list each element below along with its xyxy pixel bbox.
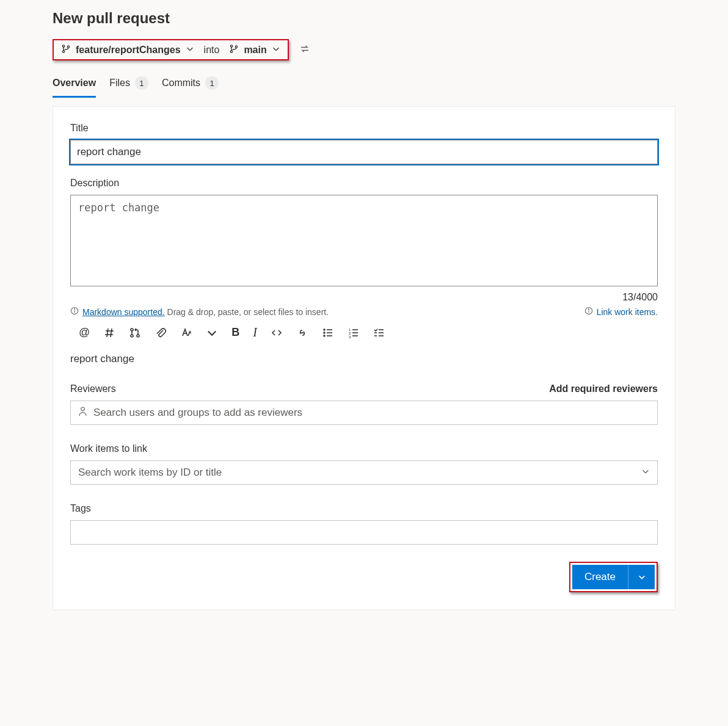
form-footer: Create	[70, 562, 658, 592]
reviewers-section: Reviewers Add required reviewers	[70, 383, 658, 425]
code-icon[interactable]	[271, 327, 283, 339]
link-work-items-text: Link work items.	[597, 307, 658, 317]
tags-section: Tags	[70, 503, 658, 545]
branch-icon	[61, 44, 71, 56]
title-label: Title	[70, 123, 658, 134]
branch-icon	[229, 44, 239, 56]
info-icon	[70, 307, 79, 317]
svg-point-11	[588, 309, 589, 310]
chevron-down-icon[interactable]	[206, 327, 218, 339]
info-icon	[584, 307, 593, 317]
tab-files[interactable]: Files 1	[109, 73, 148, 99]
svg-point-38	[81, 407, 85, 411]
count-badge: 1	[135, 76, 148, 90]
count-badge: 1	[205, 76, 219, 90]
svg-point-2	[67, 46, 69, 48]
source-branch-name: feature/reportChanges	[76, 45, 181, 56]
text-style-icon[interactable]	[180, 327, 192, 339]
work-items-search-field[interactable]	[70, 460, 658, 485]
svg-point-1	[62, 51, 64, 53]
target-branch-name: main	[244, 45, 266, 56]
svg-point-3	[231, 45, 233, 47]
bold-icon[interactable]: B	[231, 326, 239, 339]
title-field-group: Title	[70, 123, 658, 164]
attachment-icon[interactable]	[155, 327, 167, 339]
bullet-list-icon[interactable]	[322, 327, 334, 339]
pr-form-card: Title Description 13/4000 Markdown suppo…	[53, 106, 675, 610]
svg-text:3: 3	[349, 335, 351, 339]
create-button[interactable]: Create	[572, 565, 628, 589]
svg-point-0	[62, 45, 64, 47]
reviewers-search-input[interactable]	[93, 407, 650, 419]
title-input[interactable]	[70, 140, 658, 164]
person-icon	[78, 406, 87, 419]
tab-label: Files	[109, 78, 130, 89]
description-field-group: Description 13/4000	[70, 178, 658, 303]
page-title: New pull request	[53, 10, 675, 27]
italic-icon[interactable]: I	[253, 325, 257, 339]
work-items-section: Work items to link	[70, 443, 658, 485]
work-items-search-input[interactable]	[78, 466, 635, 479]
chevron-down-icon	[272, 45, 280, 55]
into-label: into	[204, 45, 220, 56]
svg-point-22	[324, 332, 325, 333]
branch-selector-box: feature/reportChanges into main	[53, 39, 289, 60]
editor-toolbar: @ B I	[70, 317, 658, 343]
mention-icon[interactable]: @	[79, 326, 90, 339]
tabs: Overview Files 1 Commits 1	[53, 73, 675, 99]
create-button-group: Create	[569, 562, 658, 592]
svg-point-4	[231, 51, 233, 53]
markdown-supported-link[interactable]: Markdown supported.	[82, 307, 165, 317]
link-icon[interactable]	[296, 327, 308, 339]
numbered-list-icon[interactable]: 123	[348, 327, 360, 339]
source-branch-dropdown[interactable]: feature/reportChanges	[61, 44, 194, 56]
checklist-icon[interactable]	[373, 327, 385, 339]
link-work-items-link[interactable]: Link work items.	[584, 307, 658, 317]
chevron-down-icon	[186, 45, 194, 55]
description-input[interactable]	[70, 195, 658, 286]
svg-point-23	[324, 335, 325, 336]
reviewers-search-field[interactable]	[70, 401, 658, 425]
tags-label: Tags	[70, 503, 658, 514]
create-dropdown-button[interactable]	[628, 565, 655, 589]
tab-label: Overview	[53, 78, 96, 89]
chevron-down-icon	[641, 466, 650, 479]
add-required-reviewers-link[interactable]: Add required reviewers	[549, 383, 658, 394]
branch-selector-row: feature/reportChanges into main	[53, 39, 675, 60]
svg-point-17	[131, 335, 133, 337]
description-label: Description	[70, 178, 658, 189]
markdown-hint-text: Drag & drop, paste, or select files to i…	[165, 307, 329, 317]
svg-line-15	[111, 329, 112, 337]
swap-branches-button[interactable]	[300, 44, 310, 56]
target-branch-dropdown[interactable]: main	[229, 44, 280, 56]
description-preview: report change	[70, 353, 658, 365]
svg-point-5	[236, 46, 238, 48]
tab-label: Commits	[162, 78, 200, 89]
markdown-hint-row: Markdown supported. Drag & drop, paste, …	[70, 307, 658, 317]
tags-input[interactable]	[70, 520, 658, 545]
hash-icon[interactable]	[103, 327, 115, 339]
pull-request-icon[interactable]	[129, 327, 141, 339]
work-items-label: Work items to link	[70, 443, 658, 454]
svg-point-18	[137, 335, 139, 337]
svg-line-14	[107, 329, 108, 337]
svg-point-8	[74, 309, 75, 310]
tab-commits[interactable]: Commits 1	[162, 73, 219, 99]
svg-point-16	[131, 329, 133, 331]
reviewers-label: Reviewers	[70, 383, 116, 394]
character-count: 13/4000	[70, 292, 658, 303]
tab-overview[interactable]: Overview	[53, 74, 96, 98]
svg-point-21	[324, 329, 325, 330]
